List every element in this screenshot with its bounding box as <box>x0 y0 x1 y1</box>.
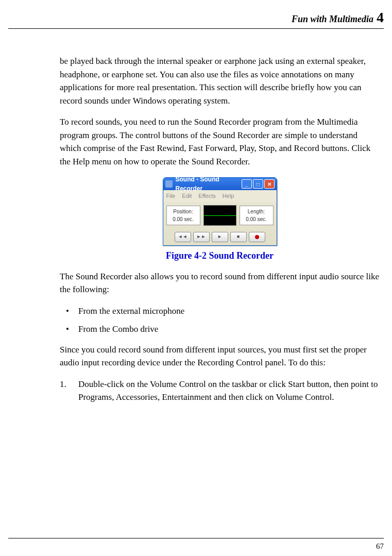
menu-help[interactable]: Help <box>223 193 234 199</box>
sound-recorder-window: Sound - Sound Recorder _ □ ✕ File Edit E… <box>163 177 277 246</box>
page-header: Fun with Multimedia 4 <box>8 10 384 29</box>
menu-edit[interactable]: Edit <box>182 193 192 199</box>
display-area: Position: 0.00 sec. Length: 0.00 sec. <box>163 202 277 229</box>
rewind-button[interactable]: ◄◄ <box>175 232 191 242</box>
list-item: From the Combo drive <box>60 323 380 336</box>
bullet-list: From the external microphone From the Co… <box>60 305 380 336</box>
list-item: From the external microphone <box>60 305 380 318</box>
record-button[interactable] <box>249 232 265 242</box>
length-value: 0.00 sec. <box>243 215 270 223</box>
length-label: Length: <box>243 208 270 215</box>
menu-bar: File Edit Effects Help <box>163 190 277 202</box>
position-value: 0.00 sec. <box>169 215 197 223</box>
figure: Sound - Sound Recorder _ □ ✕ File Edit E… <box>60 177 380 246</box>
menu-file[interactable]: File <box>166 193 176 199</box>
close-button[interactable]: ✕ <box>264 179 275 189</box>
stop-button[interactable]: ■ <box>230 232 247 242</box>
page-number: 67 <box>376 542 384 550</box>
app-icon <box>165 180 173 188</box>
forward-button[interactable]: ►► <box>193 232 210 242</box>
minimize-button[interactable]: _ <box>242 179 252 189</box>
figure-caption: Figure 4-2 Sound Recorder <box>60 249 380 263</box>
paragraph: be played back through the internal spea… <box>60 55 380 107</box>
step-text: Double-click on the Volume Control on th… <box>78 379 378 402</box>
length-display: Length: 0.00 sec. <box>240 206 274 225</box>
section-title: Fun with Multimedia <box>292 12 373 26</box>
play-button[interactable]: ► <box>212 232 228 242</box>
step-number: 1. <box>60 378 66 391</box>
paragraph: Since you could record sound from differ… <box>60 343 380 369</box>
position-display: Position: 0.00 sec. <box>166 206 200 225</box>
control-buttons: ◄◄ ►► ► ■ <box>163 229 277 245</box>
window-title: Sound - Sound Recorder <box>176 175 241 193</box>
list-item: 1.Double-click on the Volume Control on … <box>60 378 380 404</box>
chapter-number: 4 <box>377 10 384 25</box>
page-footer: 67 <box>8 538 384 552</box>
body-text: be played back through the internal spea… <box>60 55 380 530</box>
titlebar: Sound - Sound Recorder _ □ ✕ <box>163 178 277 190</box>
position-label: Position: <box>169 208 197 215</box>
maximize-button[interactable]: □ <box>253 179 263 189</box>
paragraph: The Sound Recorder also allows you to re… <box>60 270 380 296</box>
paragraph: To record sounds, you need to run the So… <box>60 115 380 168</box>
menu-effects[interactable]: Effects <box>198 193 215 199</box>
waveform-display <box>203 205 236 226</box>
numbered-list: 1.Double-click on the Volume Control on … <box>60 378 380 404</box>
